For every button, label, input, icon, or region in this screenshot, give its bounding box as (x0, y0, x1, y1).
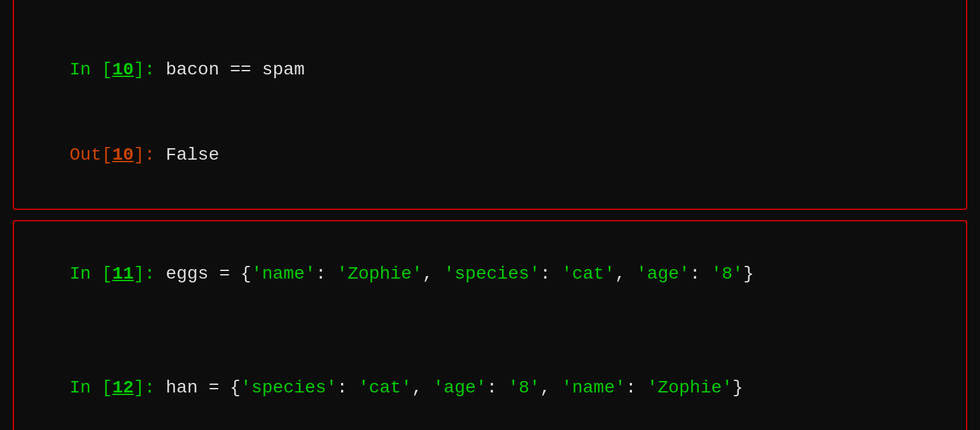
line-num-12: 12 (112, 378, 134, 398)
code-12-c2: : (487, 378, 508, 398)
code-12-sep1: , (412, 378, 433, 398)
prompt-in-12b: ]: (134, 378, 155, 398)
code-10-body: bacon == spam (155, 60, 305, 80)
code-11-k3: 'age' (636, 264, 690, 284)
code-12-sep2: , (540, 378, 562, 398)
code-12-v1: 'cat' (358, 378, 412, 398)
code-11-c1: : (316, 264, 337, 284)
code-12-c3: : (626, 378, 647, 398)
code-12-prefix: han = { (155, 378, 241, 398)
code-block-lists: In [8]: bacon = ['dogs','moose','cat'] I… (13, 0, 967, 210)
line-num-11: 11 (112, 264, 134, 284)
code-12-v3: 'Zophie' (647, 378, 732, 398)
code-out-10-body: False (155, 145, 220, 165)
code-block-dicts: In [11]: eggs = {'name': 'Zophie', 'spec… (13, 220, 967, 430)
code-line-12: In [12]: han = {'species': 'cat', 'age':… (27, 345, 953, 430)
prompt-in-12: In [ (69, 378, 112, 398)
code-11-c2: : (540, 264, 562, 284)
prompt-in-11: In [ (69, 264, 112, 284)
code-11-prefix: eggs = { (155, 264, 251, 284)
prompt-out-10: Out[ (69, 145, 112, 165)
code-12-close: } (732, 378, 743, 398)
code-11-k2: 'species' (444, 264, 540, 284)
code-11-v1: 'Zophie' (337, 264, 422, 284)
prompt-out-10b: ]: (134, 145, 155, 165)
code-12-k2: 'age' (433, 378, 487, 398)
code-11-c3: : (690, 264, 711, 284)
empty-line-3 (27, 317, 953, 345)
code-11-v2: 'cat' (561, 264, 615, 284)
prompt-in-10b: ]: (134, 60, 155, 80)
line-num-10: 10 (112, 60, 134, 80)
code-12-c1: : (337, 378, 358, 398)
prompt-in-10: In [ (69, 60, 112, 80)
code-line-10: In [10]: bacon == spam (27, 27, 953, 113)
code-11-close: } (743, 264, 754, 284)
code-line-11: In [11]: eggs = {'name': 'Zophie', 'spec… (27, 232, 953, 317)
empty-line-2 (27, 0, 953, 27)
code-12-k1: 'species' (241, 378, 337, 398)
prompt-in-11b: ]: (134, 264, 155, 284)
code-line-out-10: Out[10]: False (27, 113, 953, 198)
code-11-v3: '8' (711, 264, 743, 284)
code-11-k1: 'name' (251, 264, 316, 284)
code-12-k3: 'name' (561, 378, 626, 398)
code-11-sep1: , (423, 264, 444, 284)
line-num-out-10: 10 (112, 145, 134, 165)
code-11-sep2: , (615, 264, 636, 284)
code-12-v2: '8' (508, 378, 540, 398)
